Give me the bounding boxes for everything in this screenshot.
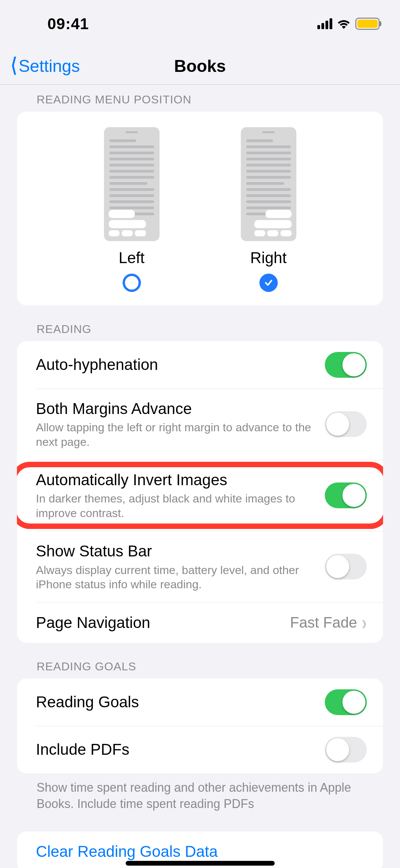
toggle-both-margins[interactable]: [325, 411, 367, 437]
menu-position-picker: Left Right: [17, 112, 383, 305]
section-header-menu-position: READING MENU POSITION: [0, 85, 400, 112]
menu-position-option-right[interactable]: Right: [241, 127, 296, 292]
chevron-right-icon: ›: [362, 611, 367, 634]
row-title: Page Navigation: [36, 613, 280, 632]
row-title: Clear Reading Goals Data: [36, 842, 357, 861]
row-auto-hyphenation[interactable]: Auto-hyphenation: [17, 341, 383, 389]
row-title: Include PDFs: [36, 740, 315, 759]
row-reading-goals[interactable]: Reading Goals: [17, 678, 383, 726]
section-header-reading-goals: READING GOALS: [0, 643, 400, 678]
row-subtitle: Allow tapping the left or right margin t…: [36, 420, 315, 449]
toggle-invert-images[interactable]: [325, 482, 367, 508]
toggle-auto-hyphenation[interactable]: [325, 352, 367, 378]
row-both-margins[interactable]: Both Margins Advance Allow tapping the l…: [17, 389, 383, 460]
navigation-bar: ⟨ Settings Books: [0, 47, 400, 85]
row-title: Auto-hyphenation: [36, 355, 315, 374]
row-invert-images[interactable]: Automatically Invert Images In darker th…: [17, 460, 383, 531]
back-label: Settings: [19, 56, 80, 76]
reading-group: Auto-hyphenation Both Margins Advance Al…: [17, 341, 383, 643]
wifi-icon: [337, 18, 351, 29]
radio-unchecked-icon: [123, 274, 141, 292]
reading-goals-group: Reading Goals Include PDFs: [17, 678, 383, 773]
row-title: Both Margins Advance: [36, 399, 315, 418]
row-subtitle: In darker themes, adjust black and white…: [36, 491, 315, 520]
cellular-signal-icon: [317, 18, 332, 29]
chevron-left-icon: ⟨: [11, 55, 17, 75]
back-button[interactable]: ⟨ Settings: [10, 56, 80, 76]
home-indicator[interactable]: [126, 861, 275, 866]
row-title: Show Status Bar: [36, 542, 315, 560]
battery-icon: [355, 18, 380, 30]
menu-position-left-label: Left: [119, 249, 145, 267]
row-status-bar[interactable]: Show Status Bar Always display current t…: [17, 531, 383, 602]
menu-position-right-label: Right: [250, 249, 287, 267]
menu-position-preview-right: [241, 127, 296, 241]
row-subtitle: Always display current time, battery lev…: [36, 563, 315, 592]
toggle-reading-goals[interactable]: [325, 689, 367, 715]
radio-checked-icon: [259, 274, 278, 292]
toggle-status-bar[interactable]: [325, 554, 367, 579]
row-page-navigation[interactable]: Page Navigation Fast Fade ›: [17, 603, 383, 643]
menu-position-option-left[interactable]: Left: [104, 127, 160, 292]
row-include-pdfs[interactable]: Include PDFs: [17, 726, 383, 773]
toggle-include-pdfs[interactable]: [325, 737, 367, 763]
row-value: Fast Fade: [290, 614, 357, 631]
menu-position-preview-left: [104, 127, 160, 241]
reading-goals-footer: Show time spent reading and other achiev…: [0, 773, 400, 812]
status-bar: 09:41: [0, 0, 400, 47]
row-title: Reading Goals: [36, 693, 315, 711]
row-title: Automatically Invert Images: [36, 471, 315, 489]
status-time: 09:41: [0, 15, 89, 33]
status-indicators: [317, 18, 380, 30]
section-header-reading: READING: [0, 305, 400, 341]
